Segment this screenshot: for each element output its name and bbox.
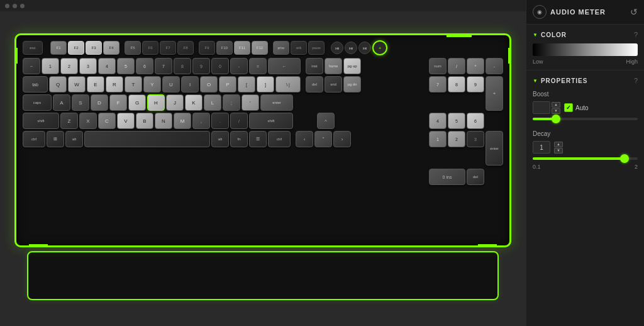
key-n[interactable]: N	[155, 113, 172, 129]
media-prev[interactable]: ⏮	[331, 42, 343, 54]
boost-input[interactable]	[533, 101, 550, 114]
key-e[interactable]: E	[87, 76, 104, 93]
key-lshift[interactable]: shift	[23, 113, 59, 129]
key-f11[interactable]: F11	[234, 41, 250, 55]
properties-arrow[interactable]: ▼	[533, 78, 538, 84]
key-9[interactable]: 9	[192, 58, 210, 74]
key-1[interactable]: 1	[42, 58, 59, 74]
key-0[interactable]: 0	[211, 58, 229, 74]
key-period[interactable]: .	[211, 113, 229, 129]
key-f3[interactable]: F3	[86, 41, 102, 55]
key-f2[interactable]: F2	[68, 41, 84, 55]
key-d[interactable]: D	[91, 94, 108, 111]
key-pgdn[interactable]: pg dn	[343, 76, 361, 93]
key-up[interactable]: ^	[317, 113, 335, 129]
key-2[interactable]: 2	[60, 58, 78, 74]
decay-up-btn[interactable]: ▲	[554, 142, 563, 147]
key-num6[interactable]: 6	[467, 113, 484, 129]
auto-checkbox[interactable]: ✓	[564, 103, 573, 112]
key-t[interactable]: T	[125, 76, 142, 93]
key-q[interactable]: Q	[49, 76, 67, 93]
key-backslash[interactable]: \ |	[275, 76, 301, 93]
key-num1[interactable]: 1	[429, 131, 447, 147]
key-num-plus[interactable]: +	[486, 76, 503, 111]
key-num-minus[interactable]: -	[486, 58, 503, 74]
key-num8[interactable]: 8	[448, 76, 465, 93]
key-f6[interactable]: F6	[142, 41, 158, 55]
key-o[interactable]: O	[200, 76, 218, 93]
key-rbracket[interactable]: ]	[257, 76, 274, 93]
key-comma[interactable]: ,	[192, 113, 210, 129]
key-ralt[interactable]: alt	[211, 131, 229, 147]
key-num7[interactable]: 7	[429, 76, 447, 93]
key-g[interactable]: G	[128, 94, 146, 111]
key-f1[interactable]: F1	[50, 41, 67, 55]
key-caps[interactable]: caps	[23, 94, 52, 111]
key-r[interactable]: R	[106, 76, 123, 93]
boost-down-btn[interactable]: ▼	[552, 108, 560, 114]
key-scrlk[interactable]: strlk	[291, 41, 307, 55]
key-f[interactable]: F	[109, 94, 127, 111]
key-f5[interactable]: F5	[125, 41, 141, 55]
key-f7[interactable]: F7	[160, 41, 176, 55]
key-3[interactable]: 3	[79, 58, 97, 74]
key-u[interactable]: U	[162, 76, 180, 93]
color-section-arrow[interactable]: ▼	[533, 32, 538, 38]
boost-up-btn[interactable]: ▲	[552, 102, 560, 108]
key-space[interactable]	[84, 131, 210, 147]
key-fn[interactable]: fn	[230, 131, 248, 147]
key-x[interactable]: X	[79, 113, 97, 129]
key-k[interactable]: K	[185, 94, 203, 111]
key-i[interactable]: I	[181, 76, 199, 93]
key-esc[interactable]: esc	[23, 41, 43, 55]
key-lalt[interactable]: alt	[65, 131, 83, 147]
decay-down-btn[interactable]: ▼	[554, 148, 563, 154]
key-4[interactable]: 4	[98, 58, 116, 74]
key-num-star[interactable]: *	[467, 58, 484, 74]
color-gradient-bar[interactable]	[533, 43, 638, 56]
decay-input[interactable]	[533, 141, 550, 154]
key-num-del[interactable]: del	[467, 169, 484, 185]
key-pause[interactable]: pause	[308, 41, 325, 55]
key-f10[interactable]: F10	[216, 41, 233, 55]
key-num4[interactable]: 4	[429, 113, 447, 129]
media-next[interactable]: ⏭	[358, 42, 371, 54]
key-num2[interactable]: 2	[448, 131, 465, 147]
key-quote[interactable]: '	[242, 94, 259, 111]
key-b[interactable]: B	[136, 113, 153, 129]
key-f9[interactable]: F9	[199, 41, 215, 55]
key-end[interactable]: snd	[325, 76, 342, 93]
key-f8[interactable]: F8	[177, 41, 194, 55]
key-equals[interactable]: =	[249, 58, 267, 74]
key-right[interactable]: ›	[333, 131, 351, 147]
key-pgup[interactable]: pg up	[343, 58, 361, 74]
key-left[interactable]: ‹	[296, 131, 313, 147]
key-v[interactable]: V	[117, 113, 135, 129]
key-6[interactable]: 6	[136, 58, 153, 74]
key-tilde[interactable]: ~	[23, 58, 40, 74]
key-backspace[interactable]: ←	[268, 58, 301, 74]
key-7[interactable]: 7	[155, 58, 172, 74]
key-num5[interactable]: 5	[448, 113, 465, 129]
key-f4[interactable]: F4	[103, 41, 119, 55]
decay-slider-thumb[interactable]	[620, 154, 629, 163]
color-section-help[interactable]: ?	[634, 31, 638, 38]
key-c[interactable]: C	[98, 113, 116, 129]
decay-slider-track[interactable]	[533, 157, 638, 160]
key-lbracket[interactable]: [	[238, 76, 255, 93]
key-num3[interactable]: 3	[467, 131, 484, 147]
key-m[interactable]: M	[174, 113, 191, 129]
key-5[interactable]: 5	[117, 58, 135, 74]
key-slash[interactable]: /	[230, 113, 248, 129]
key-w[interactable]: W	[68, 76, 86, 93]
boost-slider-track[interactable]	[533, 118, 638, 120]
key-semi[interactable]: ;	[223, 94, 240, 111]
key-z[interactable]: Z	[60, 113, 78, 129]
media-vol[interactable]: +	[372, 40, 387, 55]
properties-help[interactable]: ?	[634, 77, 638, 84]
key-menu[interactable]: ☰	[249, 131, 267, 147]
key-num0[interactable]: 0 ins	[429, 169, 465, 185]
key-num-slash[interactable]: /	[448, 58, 465, 74]
key-down[interactable]: ˅	[314, 131, 332, 147]
key-minus[interactable]: -	[230, 58, 248, 74]
